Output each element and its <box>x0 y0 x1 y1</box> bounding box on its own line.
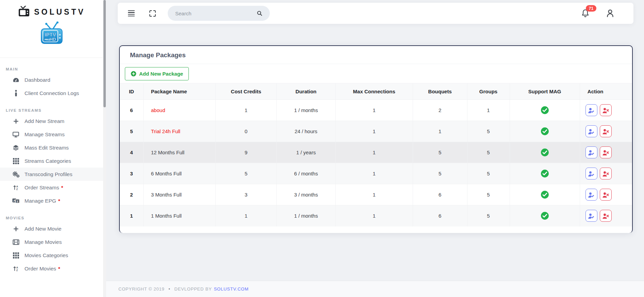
menu-toggle-icon[interactable] <box>128 10 135 17</box>
sidebar-item-label: Add New Stream <box>24 118 64 124</box>
dashboard-icon <box>11 77 20 83</box>
cell-groups: 1 <box>467 100 510 121</box>
column-header-max-connections: Max Connections <box>335 83 413 100</box>
grid-icon <box>11 158 20 164</box>
edit-package-button[interactable] <box>585 146 597 158</box>
sidebar-item-transcoding-profiles[interactable]: Transcoding Profiles <box>0 168 103 181</box>
cell-groups: 5 <box>467 121 510 142</box>
cell-package-name: 1 Months Full <box>143 205 215 226</box>
section-title-live-streams: LIVE STREAMS <box>0 108 103 112</box>
sidebar-item-mass-edit-streams[interactable]: Mass Edit Streams <box>0 141 103 154</box>
search-input[interactable] <box>175 11 256 16</box>
search-box <box>168 6 270 21</box>
check-circle-icon <box>541 169 549 178</box>
user-delete-icon <box>602 150 609 156</box>
main-area: 71 Manage Packages Add New Package IDPac… <box>106 0 644 297</box>
cell-action <box>580 205 632 226</box>
cell-bouquets: 2 <box>413 100 467 121</box>
table-row: 23 Months Full33 / months165 <box>120 184 632 205</box>
table-row: 6aboud11 / months121 <box>120 100 632 121</box>
cell-support-mag <box>510 100 580 121</box>
cell-support-mag <box>510 142 580 163</box>
cell-groups: 5 <box>467 142 510 163</box>
cell-action <box>580 100 632 121</box>
user-delete-icon <box>602 128 609 135</box>
sidebar-item-client-connection-logs[interactable]: Client Connection Logs <box>0 87 103 100</box>
cell-support-mag <box>510 184 580 205</box>
sidebar-item-label: Manage Streams <box>24 131 65 138</box>
edit-package-button[interactable] <box>585 189 597 201</box>
svg-text:A: A <box>13 199 15 202</box>
sidebar-item-manage-epg[interactable]: AzManage EPG* <box>0 194 103 207</box>
cell-bouquets: 6 <box>413 184 467 205</box>
check-circle-icon <box>541 212 549 220</box>
sidebar-item-movies-categories[interactable]: Movies Categories <box>0 249 103 262</box>
cell-duration: 24 / hours <box>277 121 335 142</box>
fullscreen-icon[interactable] <box>148 9 157 18</box>
table-row: 412 Months Full91 / years155 <box>120 142 632 163</box>
cell-max-connections: 1 <box>335 142 413 163</box>
check-circle-icon <box>541 127 549 136</box>
sidebar-item-manage-movies[interactable]: Manage Movies <box>0 235 103 249</box>
cell-id: 1 <box>120 205 143 226</box>
sidebar-item-label: Order Movies <box>24 266 56 272</box>
cell-id: 5 <box>120 121 143 142</box>
cell-package-name: 12 Months Full <box>143 142 215 163</box>
svg-text:Z: Z <box>16 269 18 272</box>
cell-groups: 5 <box>467 184 510 205</box>
sidebar-item-label: Manage Movies <box>24 239 62 245</box>
sidebar: SOLUSTV IPTV PRO <box>0 0 103 297</box>
edit-package-button[interactable] <box>585 125 597 137</box>
cell-id: 6 <box>120 100 143 121</box>
delete-package-button[interactable] <box>600 210 612 222</box>
cell-action <box>580 121 632 142</box>
sidebar-scrollbar-thumb[interactable] <box>103 0 106 107</box>
cell-max-connections: 1 <box>335 121 413 142</box>
iptv-prohd-logo: IPTV PRO HD <box>0 21 103 45</box>
cell-duration: 6 / months <box>277 163 335 184</box>
edit-package-button[interactable] <box>585 168 597 179</box>
add-new-package-button[interactable]: Add New Package <box>125 67 189 80</box>
edit-package-button[interactable] <box>585 104 597 116</box>
desktop-icon <box>11 131 20 138</box>
user-delete-icon <box>602 213 609 219</box>
user-edit-icon <box>588 192 595 198</box>
user-icon <box>606 9 615 18</box>
check-circle-icon <box>541 190 549 199</box>
delete-package-button[interactable] <box>600 189 612 201</box>
sidebar-item-manage-streams[interactable]: Manage Streams <box>0 128 103 141</box>
notifications-button[interactable]: 71 <box>581 9 590 18</box>
delete-package-button[interactable] <box>600 125 612 137</box>
delete-package-button[interactable] <box>600 168 612 179</box>
edit-package-button[interactable] <box>585 210 597 222</box>
section-title-main: MAIN <box>0 67 103 71</box>
user-edit-icon <box>588 171 595 177</box>
user-menu-button[interactable] <box>606 9 615 18</box>
delete-package-button[interactable] <box>600 146 612 158</box>
cell-groups: 5 <box>467 205 510 226</box>
cell-package-name: Trial 24h Full <box>143 121 215 142</box>
sidebar-item-order-streams[interactable]: AZOrder Streams* <box>0 181 103 194</box>
sidebar-item-label: Add New Movie <box>24 226 62 232</box>
solustv-link[interactable]: SOLUSTV.COM <box>214 286 249 292</box>
table-row: 5Trial 24h Full024 / hours115 <box>120 121 632 142</box>
cell-duration: 1 / months <box>277 205 335 226</box>
sidebar-item-dashboard[interactable]: Dashboard <box>0 73 103 87</box>
sort-icon: AZ <box>11 265 20 272</box>
cell-action <box>580 163 632 184</box>
delete-package-button[interactable] <box>600 104 612 116</box>
brand-logo[interactable]: SOLUSTV <box>0 0 103 18</box>
sidebar-item-order-movies[interactable]: AZOrder Movies* <box>0 262 103 275</box>
sidebar-item-label: Transcoding Profiles <box>24 171 72 177</box>
sidebar-item-add-new-movie[interactable]: Add New Movie <box>0 222 103 235</box>
search-icon[interactable] <box>256 10 263 17</box>
cell-max-connections: 1 <box>335 205 413 226</box>
sidebar-item-streams-categories[interactable]: Streams Categories <box>0 154 103 168</box>
cell-bouquets: 1 <box>413 121 467 142</box>
cell-max-connections: 1 <box>335 100 413 121</box>
add-new-package-label: Add New Package <box>139 71 183 77</box>
manage-packages-card: Manage Packages Add New Package IDPackag… <box>119 45 633 233</box>
cell-bouquets: 5 <box>413 163 467 184</box>
sidebar-item-add-new-stream[interactable]: Add New Stream <box>0 114 103 128</box>
section-title-movies: MOVIES <box>0 216 103 220</box>
